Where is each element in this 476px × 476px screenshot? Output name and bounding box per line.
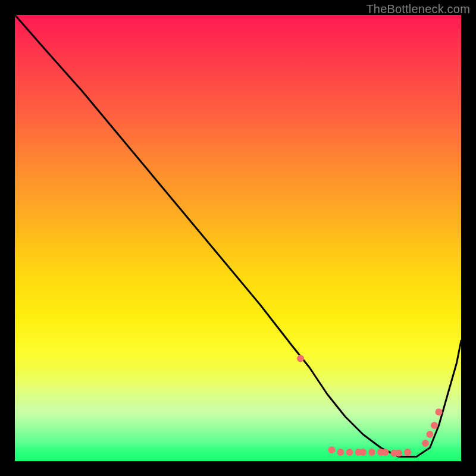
svg-point-8 (382, 449, 389, 456)
highlight-markers (297, 355, 443, 457)
chart-svg (15, 15, 461, 461)
svg-point-11 (404, 449, 411, 456)
svg-point-6 (368, 449, 375, 456)
svg-point-5 (359, 449, 367, 456)
svg-point-10 (395, 450, 402, 457)
svg-point-13 (427, 431, 434, 438)
curve-line (15, 15, 461, 457)
svg-point-1 (328, 446, 336, 453)
svg-point-2 (337, 449, 345, 456)
svg-point-12 (422, 440, 429, 447)
page-root: TheBottleneck.com (0, 0, 476, 476)
svg-point-0 (297, 355, 304, 362)
svg-point-15 (436, 409, 443, 416)
watermark-text: TheBottleneck.com (366, 2, 470, 16)
svg-point-14 (431, 422, 438, 429)
svg-point-3 (346, 449, 353, 456)
plot-area (15, 15, 461, 461)
